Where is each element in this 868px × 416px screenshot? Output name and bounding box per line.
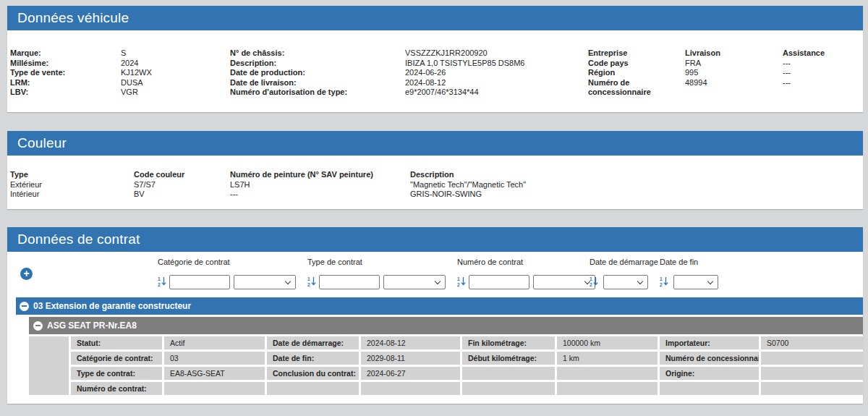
column-header: Type: [10, 170, 134, 180]
svg-text:2: 2: [457, 282, 460, 287]
contract-subgroup-header[interactable]: ASG SEAT PR-Nr.EA8: [29, 317, 863, 334]
table-value-cell: [557, 382, 658, 395]
field-row: Date de livraison:2024-08-12: [230, 78, 525, 88]
field-value: VSSZZZKJ1RR200920: [405, 48, 488, 57]
table-value-cell: EA8-ASG-SEAT: [164, 367, 265, 380]
cell-value: ---: [230, 190, 410, 200]
svg-text:2: 2: [307, 282, 310, 287]
collapse-icon[interactable]: [33, 321, 43, 331]
svg-text:2: 2: [660, 282, 663, 287]
color-section-header: Couleur: [7, 131, 863, 156]
field-label: Description:: [230, 59, 405, 69]
chevron-down-icon: [285, 279, 291, 284]
filter-group-categorie: Catégorie de contrat 12: [158, 258, 296, 289]
field-label: LBV:: [10, 88, 121, 98]
column-header: Description: [410, 170, 526, 180]
table-value-cell: [761, 367, 863, 380]
table-label-cell: Numéro de concessionnaire:: [660, 352, 759, 365]
table-value-cell: 1 km: [557, 352, 658, 365]
filter-label: Catégorie de contrat: [158, 258, 296, 267]
table-value-cell: Actif: [164, 336, 265, 349]
field-value: 2024-06-26: [405, 68, 446, 77]
cell-value: 48994: [685, 78, 783, 98]
field-row: Description:IBIZA 1,0 TSISTYLE5P85 DS8M6: [230, 59, 525, 69]
field-value: 2024-08-12: [405, 78, 446, 87]
field-row: Millésime:2024: [10, 59, 152, 69]
cell-value: 995: [685, 68, 783, 78]
filter-select[interactable]: [533, 275, 595, 289]
field-label: Millésime:: [10, 59, 121, 69]
field-row: Type de vente:KJ12WX: [10, 68, 152, 78]
cell-value: LS7H: [230, 180, 410, 190]
company-mini-table: Entreprise Livraison Assistance Code pay…: [588, 48, 825, 98]
table-value-cell: [361, 382, 460, 395]
column-header: Numéro de peinture (N° SAV peinture): [230, 170, 410, 180]
filter-text-input[interactable]: [319, 275, 380, 289]
filter-select[interactable]: [673, 275, 718, 289]
filter-text-input[interactable]: [169, 275, 230, 289]
svg-text:1: 1: [590, 276, 592, 281]
filter-select[interactable]: [603, 275, 648, 289]
svg-text:1: 1: [457, 276, 460, 281]
field-row: Marque:S: [10, 48, 152, 59]
svg-text:2: 2: [158, 282, 161, 287]
sort-numeric-icon[interactable]: 12: [590, 276, 599, 289]
collapse-icon[interactable]: [20, 302, 29, 311]
filter-group-date-demarrage: Date de démarrage 12: [590, 258, 658, 289]
add-contract-icon[interactable]: +: [20, 268, 33, 280]
column-header: Assistance: [783, 48, 825, 59]
filter-label: Date de démarrage: [590, 258, 658, 267]
sort-numeric-icon[interactable]: 12: [660, 276, 669, 289]
field-label: N° de châssis:: [230, 48, 405, 59]
row-label: Numéro de concessionnaire: [588, 78, 685, 98]
table-label-cell: [267, 382, 359, 395]
table-value-cell: [557, 367, 658, 380]
contract-group-header[interactable]: 03 Extension de garantie constructeur: [16, 297, 863, 315]
field-row: Numéro d'autorisation de type:e9*2007/46…: [230, 88, 525, 98]
table-value-cell: S0700: [761, 336, 863, 349]
row-label: Région: [588, 68, 685, 78]
field-row: Date de production:2024-06-26: [230, 68, 525, 78]
table-label-cell: Type de contrat:: [71, 367, 162, 380]
field-label: Marque:: [10, 48, 121, 59]
sort-numeric-icon[interactable]: 12: [457, 276, 467, 289]
filter-select[interactable]: [234, 275, 296, 289]
field-label: LRM:: [10, 78, 121, 88]
table-label-cell: [462, 382, 555, 395]
cell-value: Intérieur: [10, 190, 134, 200]
table-label-cell: Importateur:: [660, 336, 759, 349]
table-label-cell: Début kilométrage:: [462, 352, 555, 365]
table-value-cell: 100000 km: [557, 336, 658, 349]
cell-value: ---: [783, 68, 825, 78]
row-label: Code pays: [588, 59, 685, 69]
table-value-cell: 2029-08-11: [361, 352, 460, 365]
field-row: LBV:VGR: [10, 88, 152, 98]
chevron-down-icon: [707, 279, 713, 284]
svg-text:1: 1: [307, 276, 310, 281]
table-label-cell: Origine:: [660, 367, 759, 380]
sort-numeric-icon[interactable]: 12: [158, 276, 167, 289]
cell-value: Extérieur: [10, 180, 134, 190]
filter-text-input[interactable]: [469, 275, 529, 289]
filter-label: Date de fin: [660, 258, 718, 267]
table-value-cell: [164, 382, 265, 395]
filter-label: Type de contrat: [307, 258, 446, 267]
table-value-cell: 03: [164, 352, 265, 365]
field-label: Numéro d'autorisation de type:: [230, 88, 405, 98]
vehicle-section-title: Données véhicule: [17, 10, 129, 26]
table-label-cell: Conclusion du contrat:: [267, 367, 359, 380]
table-value-cell: [761, 382, 863, 395]
filter-select[interactable]: [383, 275, 446, 289]
filter-group-date-fin: Date de fin 12: [660, 258, 718, 289]
cell-value: BV: [134, 190, 230, 200]
filter-label: Numéro de contrat: [457, 258, 595, 267]
chevron-down-icon: [435, 279, 441, 284]
sort-numeric-icon[interactable]: 12: [307, 276, 317, 289]
contract-group-label: 03 Extension de garantie constructeur: [33, 301, 191, 311]
field-label: Date de livraison:: [230, 78, 405, 88]
vehicle-section-body: Marque:S Millésime:2024 Type de vente:KJ…: [7, 30, 863, 112]
vehicle-middle-column: N° de châssis:VSSZZZKJ1RR200920 Descript…: [230, 48, 525, 98]
field-value: e9*2007/46*3134*44: [405, 88, 479, 96]
svg-text:2: 2: [590, 282, 592, 287]
cell-value: "Magnetic Tech"/"Magnetic Tech": [410, 180, 526, 190]
